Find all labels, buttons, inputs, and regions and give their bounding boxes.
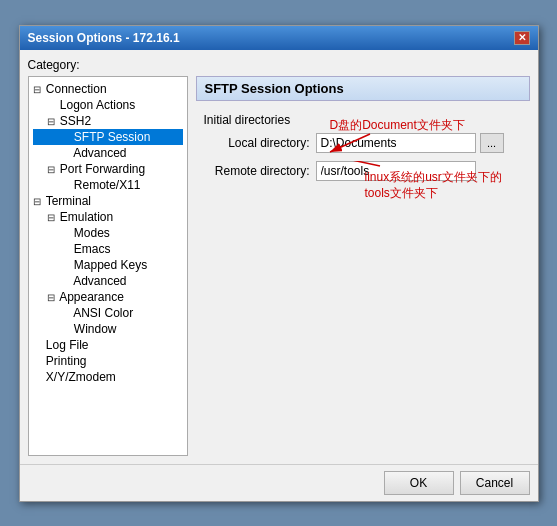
expander-connection: ⊟ xyxy=(33,84,43,95)
title-bar-buttons: ✕ xyxy=(514,31,530,45)
expander-portfwd: ⊟ xyxy=(47,164,57,175)
tree-item-mapped-keys[interactable]: Mapped Keys xyxy=(33,257,183,273)
window-content: Category: ⊟ Connection Logon Actions ⊟ S… xyxy=(20,50,538,464)
tree-item-connection[interactable]: ⊟ Connection xyxy=(33,81,183,97)
expander-appearance: ⊟ xyxy=(47,292,57,303)
tree-item-modes[interactable]: Modes xyxy=(33,225,183,241)
bottom-bar: OK Cancel xyxy=(20,464,538,501)
remote-directory-input[interactable] xyxy=(316,161,476,181)
browse-button[interactable]: ... xyxy=(480,133,504,153)
tree-item-window[interactable]: Window xyxy=(33,321,183,337)
local-directory-input[interactable] xyxy=(316,133,476,153)
ok-button[interactable]: OK xyxy=(384,471,454,495)
tree-item-advanced-2[interactable]: Advanced xyxy=(33,273,183,289)
window-title: Session Options - 172.16.1 xyxy=(28,31,180,45)
right-panel: SFTP Session Options Initial directories… xyxy=(196,76,530,456)
category-label: Category: xyxy=(28,58,530,72)
tree-item-emulation[interactable]: ⊟ Emulation xyxy=(33,209,183,225)
local-directory-input-row: ... xyxy=(316,133,504,153)
tree-item-advanced-1[interactable]: Advanced xyxy=(33,145,183,161)
tree-item-emacs[interactable]: Emacs xyxy=(33,241,183,257)
session-options-window: Session Options - 172.16.1 ✕ Category: ⊟… xyxy=(19,25,539,502)
expander-emulation: ⊟ xyxy=(47,212,57,223)
close-button[interactable]: ✕ xyxy=(514,31,530,45)
expander-terminal: ⊟ xyxy=(33,196,43,207)
tree-item-logon-actions[interactable]: Logon Actions xyxy=(33,97,183,113)
remote-directory-input-row xyxy=(316,161,476,181)
tree-panel[interactable]: ⊟ Connection Logon Actions ⊟ SSH2 SFTP S… xyxy=(28,76,188,456)
tree-item-remote-x11[interactable]: Remote/X11 xyxy=(33,177,183,193)
section-title: SFTP Session Options xyxy=(196,76,530,101)
initial-directories-label: Initial directories xyxy=(200,113,526,127)
expander-ssh2: ⊟ xyxy=(47,116,57,127)
tree-item-terminal[interactable]: ⊟ Terminal xyxy=(33,193,183,209)
tree-item-appearance[interactable]: ⊟ Appearance xyxy=(33,289,183,305)
remote-directory-label: Remote directory: xyxy=(200,164,310,178)
tree-item-log-file[interactable]: Log File xyxy=(33,337,183,353)
main-area: ⊟ Connection Logon Actions ⊟ SSH2 SFTP S… xyxy=(28,76,530,456)
tree-item-sftp-session[interactable]: SFTP Session xyxy=(33,129,183,145)
local-directory-label: Local directory: xyxy=(200,136,310,150)
title-bar: Session Options - 172.16.1 ✕ xyxy=(20,26,538,50)
tree-item-printing[interactable]: Printing xyxy=(33,353,183,369)
remote-directory-group: Remote directory: xyxy=(200,161,526,181)
tree-item-xy-zmodem[interactable]: X/Y/Zmodem xyxy=(33,369,183,385)
local-directory-group: Local directory: ... xyxy=(200,133,526,153)
tree-item-ssh2[interactable]: ⊟ SSH2 xyxy=(33,113,183,129)
tree-item-ansi-color[interactable]: ANSI Color xyxy=(33,305,183,321)
cancel-button[interactable]: Cancel xyxy=(460,471,530,495)
tree-item-port-forwarding[interactable]: ⊟ Port Forwarding xyxy=(33,161,183,177)
